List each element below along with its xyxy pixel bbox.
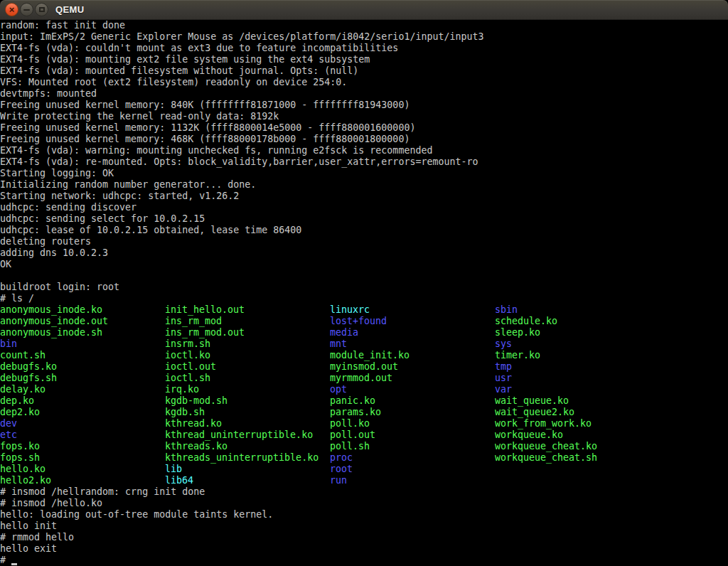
ls-entry-dir: bin: [0, 338, 165, 350]
ls-entry-file: debugfs.sh: [0, 373, 165, 384]
minimize-icon: [23, 9, 30, 11]
ls-entry-file: kthread_uninterruptible.ko: [165, 429, 330, 441]
boot-log: random: fast init doneinput: ImExPS/2 Ge…: [0, 20, 728, 282]
ls-entry-dir: mnt: [330, 338, 495, 350]
ls-entry-file: insrm.sh: [165, 338, 330, 350]
shell-prompt: #: [0, 555, 11, 565]
ls-entry-file: fops.sh: [0, 452, 165, 464]
console-line: Starting network: udhcpc: started, v1.26…: [0, 191, 728, 202]
console-line: OK: [0, 259, 728, 270]
console-line: deleting routers: [0, 236, 728, 247]
terminal-screen[interactable]: random: fast init doneinput: ImExPS/2 Ge…: [0, 20, 728, 566]
console-line: udhcpc: lease of 10.0.2.15 obtained, lea…: [0, 225, 728, 236]
ls-entry-file: count.sh: [0, 350, 165, 361]
ls-output: anonymous_inode.koanonymous_inode.outano…: [0, 304, 728, 486]
console-line: Freeing unused kernel memory: 468K (ffff…: [0, 134, 728, 145]
ls-entry-file: workqueue_cheat.sh: [495, 452, 728, 464]
ls-entry-file: debugfs.ko: [0, 361, 165, 373]
ls-column: sbinschedule.kosleep.kosystimer.kotmpusr…: [495, 304, 728, 486]
console-line: EXT4-fs (vda): re-mounted. Opts: block_v…: [0, 156, 728, 168]
ls-entry-file: panic.ko: [330, 395, 495, 407]
ls-entry-file: delay.ko: [0, 384, 165, 395]
console-line: Write protecting the kernel read-only da…: [0, 111, 728, 122]
ls-entry-file: anonymous_inode.ko: [0, 304, 165, 316]
ls-entry-link: lib: [165, 464, 330, 475]
console-line: # insmod /hello.ko: [0, 498, 728, 509]
console-line: udhcpc: sending discover: [0, 202, 728, 213]
ls-entry-dir: usr: [495, 373, 728, 384]
ls-entry-file: poll.out: [330, 429, 495, 441]
ls-entry-file: fops.ko: [0, 441, 165, 452]
ls-entry-dir: dev: [0, 418, 165, 429]
console-line: EXT4-fs (vda): warning: mounting uncheck…: [0, 145, 728, 156]
console-line: # insmod /hellrandom: crng init done: [0, 486, 728, 498]
ls-command-line: # ls /: [0, 293, 728, 304]
ls-column: linuxrclost+foundmediamntmodule_init.kom…: [330, 304, 495, 486]
ls-entry-dir: sbin: [495, 304, 728, 316]
close-icon: ×: [9, 5, 15, 14]
ls-entry-file: timer.ko: [495, 350, 728, 361]
ls-column: init_hello.outins_rm_modins_rm_mod.outin…: [165, 304, 330, 486]
console-line: hello exit: [0, 543, 728, 555]
ls-entry-dir: var: [495, 384, 728, 395]
ls-entry-dir: etc: [0, 429, 165, 441]
shell-prompt-line: #: [0, 555, 728, 566]
minimize-button[interactable]: [20, 3, 33, 16]
ls-entry-file: kgdb-mod.sh: [165, 395, 330, 407]
ls-entry-file: kthreads.ko: [165, 441, 330, 452]
ls-entry-file: workqueue.ko: [495, 429, 728, 441]
console-line: hello init: [0, 520, 728, 532]
ls-entry-file: init_hello.out: [165, 304, 330, 316]
console-line: VFS: Mounted root (ext2 filesystem) read…: [0, 77, 728, 88]
console-line: EXT4-fs (vda): mounted filesystem withou…: [0, 65, 728, 77]
ls-column: anonymous_inode.koanonymous_inode.outano…: [0, 304, 165, 486]
ls-entry-file: myrmmod.out: [330, 373, 495, 384]
ls-entry-file: anonymous_inode.sh: [0, 327, 165, 338]
ls-entry-file: anonymous_inode.out: [0, 316, 165, 327]
command-log: # insmod /hellrandom: crng init done# in…: [0, 486, 728, 555]
ls-entry-file: dep.ko: [0, 395, 165, 407]
ls-entry-dir: media: [330, 327, 495, 338]
ls-entry-file: ioctl.sh: [165, 373, 330, 384]
console-line: EXT4-fs (vda): mounting ext2 file system…: [0, 54, 728, 65]
ls-entry-link: linuxrc: [330, 304, 495, 316]
ls-entry-file: hello2.ko: [0, 475, 165, 486]
console-line: input: ImExPS/2 Generic Explorer Mouse a…: [0, 31, 728, 43]
console-line: udhcpc: sending select for 10.0.2.15: [0, 213, 728, 225]
ls-entry-file: kthread.ko: [165, 418, 330, 429]
ls-entry-file: ins_rm_mod: [165, 316, 330, 327]
login-line: buildroot login: root: [0, 282, 728, 293]
ls-entry-dir: run: [330, 475, 495, 486]
ls-entry-file: ins_rm_mod.out: [165, 327, 330, 338]
console-line: Initializing random number generator... …: [0, 179, 728, 191]
ls-entry-dir: root: [330, 464, 495, 475]
ls-entry-link: lib64: [165, 475, 330, 486]
ls-entry-file: wait_queue.ko: [495, 395, 728, 407]
ls-entry-file: kgdb.sh: [165, 407, 330, 418]
ls-entry-dir: tmp: [495, 361, 728, 373]
ls-entry-file: wait_queue2.ko: [495, 407, 728, 418]
ls-entry-file: module_init.ko: [330, 350, 495, 361]
ls-entry-file: poll.ko: [330, 418, 495, 429]
maximize-button[interactable]: [35, 3, 48, 16]
ls-entry-file: ioctl.ko: [165, 350, 330, 361]
console-line: adding dns 10.0.2.3: [0, 247, 728, 259]
close-button[interactable]: ×: [5, 3, 18, 16]
ls-entry-file: myinsmod.out: [330, 361, 495, 373]
window-title: QEMU: [55, 4, 85, 15]
console-line: devtmpfs: mounted: [0, 88, 728, 100]
ls-entry-file: poll.sh: [330, 441, 495, 452]
qemu-window: × QEMU random: fast init doneinput: ImEx…: [0, 0, 728, 566]
console-line: Freeing unused kernel memory: 1132K (fff…: [0, 122, 728, 134]
console-line: EXT4-fs (vda): couldn't mount as ext3 du…: [0, 43, 728, 54]
console-line: hello: loading out-of-tree module taints…: [0, 509, 728, 520]
window-titlebar[interactable]: × QEMU: [0, 0, 728, 20]
ls-entry-file: params.ko: [330, 407, 495, 418]
ls-entry-file: sleep.ko: [495, 327, 728, 338]
ls-entry-file: hello.ko: [0, 464, 165, 475]
ls-entry-dir: proc: [330, 452, 495, 464]
console-line: Freeing unused kernel memory: 840K (ffff…: [0, 100, 728, 111]
terminal-cursor: [11, 555, 17, 565]
ls-entry-dir: sys: [495, 338, 728, 350]
ls-entry-file: schedule.ko: [495, 316, 728, 327]
